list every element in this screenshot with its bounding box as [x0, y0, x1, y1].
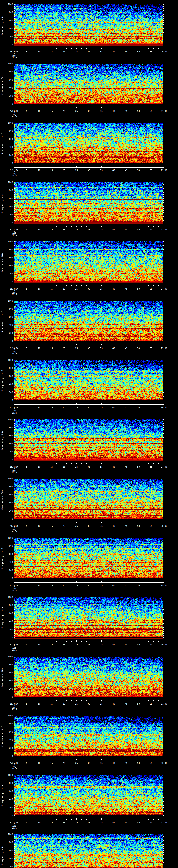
y-axis-tick	[163, 570, 164, 570]
x-axis-end-time-label: 24:00	[159, 288, 169, 290]
y-axis-tick	[164, 22, 164, 23]
x-axis-tick	[109, 819, 109, 819]
y-axis-tick-label: 400	[3, 680, 13, 682]
x-axis-tick	[114, 818, 114, 819]
x-axis-end-tick	[164, 701, 164, 702]
x-axis-end-tick	[164, 583, 164, 584]
x-axis-tick	[81, 107, 82, 108]
x-axis-tick-label: 55	[148, 169, 154, 172]
x-axis-tick	[27, 344, 27, 345]
y-axis-tick	[14, 689, 16, 689]
x-axis-tick	[114, 700, 114, 701]
x-axis-tick	[109, 463, 109, 464]
x-axis-tick	[86, 463, 87, 464]
y-axis-tick	[163, 400, 164, 401]
spectrogram-panel: Frequency (Hz)10008006004002000510152025…	[0, 178, 178, 237]
y-axis-tick	[163, 478, 164, 479]
x-axis-tick	[141, 523, 141, 523]
y-axis-tick	[14, 546, 16, 546]
y-axis-tick-label: 800	[3, 545, 13, 547]
zero-hz-underline	[14, 638, 164, 639]
y-axis-tick-label: 800	[3, 841, 13, 843]
x-axis-tick	[134, 701, 134, 701]
x-axis-tick	[109, 107, 109, 108]
y-axis-tick	[14, 268, 15, 268]
x-axis-tick-label: 45	[123, 466, 130, 468]
y-axis-tick	[14, 785, 15, 785]
y-axis-tick	[14, 609, 15, 610]
y-axis-tick	[164, 687, 164, 687]
x-axis-tick	[54, 48, 54, 49]
x-axis-end-tick	[164, 286, 164, 287]
zero-hz-underline	[14, 698, 164, 698]
y-axis-tick	[14, 783, 16, 783]
x-axis-tick	[74, 523, 74, 523]
x-axis-tick-label: 25	[73, 703, 80, 705]
spectrogram-panel: Frequency (Hz)10008006004002000510152025…	[0, 59, 178, 119]
x-axis-tick-label: 25	[73, 288, 80, 290]
y-axis-tick-label: 200	[3, 391, 13, 393]
x-axis-tick-label: 45	[123, 525, 130, 527]
x-axis-tick	[161, 641, 161, 642]
y-axis-tick	[164, 76, 164, 76]
x-axis-tick	[52, 166, 52, 167]
x-axis-end-tick	[14, 167, 14, 168]
x-axis-tick-label: 45	[123, 762, 130, 764]
x-axis-tick	[81, 523, 82, 523]
x-axis-end-tick	[14, 583, 14, 584]
x-axis-tick	[106, 760, 107, 760]
y-axis-tick	[164, 779, 164, 779]
x-axis-tick	[41, 641, 42, 642]
y-axis-tick	[14, 619, 15, 620]
x-axis-end-tick	[14, 49, 14, 50]
x-axis-tick	[34, 523, 34, 523]
x-axis-tick	[114, 403, 114, 404]
y-axis-tick	[164, 515, 164, 515]
x-axis-tick	[148, 226, 149, 227]
x-axis-tick-label: 15	[48, 406, 55, 408]
x-axis-tick	[41, 760, 42, 760]
x-axis-tick	[52, 759, 52, 760]
x-axis-tick	[121, 226, 121, 227]
y-axis-tick-label: 400	[3, 324, 13, 326]
x-axis-tick	[41, 48, 42, 49]
y-axis-tick	[14, 732, 16, 732]
x-axis-tick-label: 20	[60, 644, 67, 646]
y-axis-tick	[164, 857, 164, 857]
x-axis-tick	[148, 404, 149, 404]
y-axis-tick	[163, 697, 164, 697]
x-axis-tick-label: 20	[60, 229, 67, 231]
x-axis-tick	[146, 404, 146, 404]
y-axis-tick-label: 800	[3, 663, 13, 665]
x-axis-tick-label: 50	[135, 584, 142, 586]
y-axis-tick	[164, 619, 164, 620]
x-axis-tick	[106, 582, 107, 582]
y-axis-tick	[14, 720, 15, 720]
date-label-year: 2015	[9, 530, 20, 532]
x-axis-tick	[39, 285, 39, 286]
x-axis-tick	[49, 48, 49, 49]
x-axis-tick	[19, 107, 20, 108]
y-axis-tick	[164, 568, 164, 568]
y-axis-tick	[14, 276, 15, 276]
x-axis-tick	[81, 167, 82, 167]
x-axis-tick	[111, 404, 112, 404]
x-axis-tick-label: 50	[135, 229, 142, 231]
x-axis-tick	[39, 107, 39, 108]
y-axis-tick	[164, 70, 164, 70]
x-axis-tick-label: 5	[23, 347, 30, 349]
y-axis-tick	[14, 341, 16, 341]
x-axis-tick	[52, 700, 52, 701]
x-axis-tick-label: 40	[110, 703, 117, 705]
y-axis-tick	[14, 811, 15, 812]
x-axis-tick-label: 45	[123, 703, 130, 705]
x-axis-tick-label: 5	[23, 584, 30, 586]
y-axis-tick	[14, 805, 15, 806]
y-axis-tick	[14, 495, 16, 495]
x-axis-tick	[134, 107, 134, 108]
x-axis-tick-label: 30	[85, 110, 92, 112]
x-axis-tick	[27, 700, 27, 701]
y-axis-tick	[14, 787, 15, 787]
y-axis-tick	[14, 601, 15, 601]
x-axis-tick	[74, 404, 74, 404]
